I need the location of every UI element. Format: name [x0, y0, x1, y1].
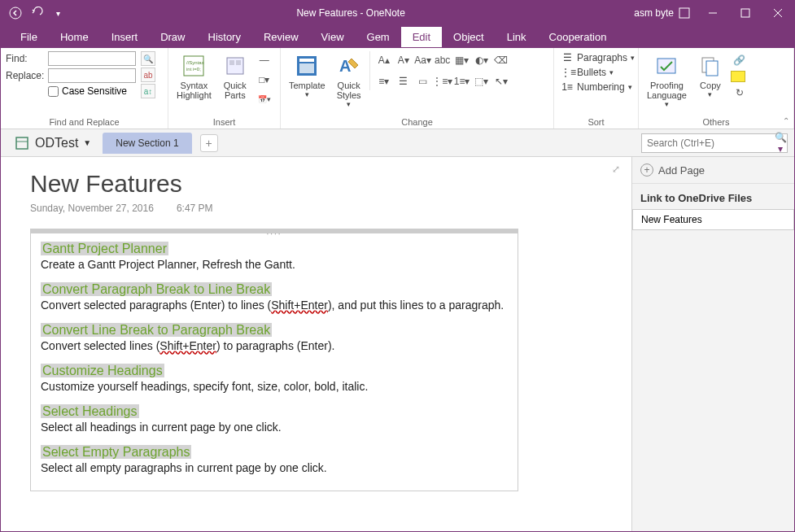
sort-paragraphs-button[interactable]: ☰Paragraphs▾ [559, 51, 636, 64]
shrink-font-button[interactable]: A▾ [395, 51, 413, 69]
pointer-button[interactable]: ↖▾ [492, 72, 510, 90]
numbering-edit-button[interactable]: 1≡▾ [453, 72, 471, 90]
tab-view[interactable]: View [310, 27, 356, 47]
template-button[interactable]: Template▾ [286, 51, 329, 100]
svg-point-0 [10, 7, 21, 19]
numbering-icon: 1≡ [561, 81, 574, 93]
notebook-selector[interactable]: ODTest ▼ [7, 132, 98, 155]
heading[interactable]: Convert Line Break to Paragraph Break [41, 323, 272, 337]
tab-file[interactable]: File [9, 27, 49, 47]
page-list-item[interactable]: New Features [632, 209, 794, 230]
quick-parts-button[interactable]: Quick Parts [218, 51, 252, 102]
svg-rect-14 [299, 63, 314, 73]
body-text[interactable]: Customize yourself headings, specify fon… [41, 380, 508, 393]
proofing-language-button[interactable]: Proofing Language▾ [644, 51, 690, 110]
tab-review[interactable]: Review [252, 27, 310, 47]
group-label-insert: Insert [173, 116, 275, 127]
case-sensitive-label: Case Sensitive [62, 85, 127, 97]
page-canvas[interactable]: ⤢ New Features Sunday, November 27, 2016… [1, 157, 631, 532]
titlebar: ▾ New Features - OneNote asm byte [1, 1, 794, 25]
tab-history[interactable]: History [197, 27, 252, 47]
add-section-button[interactable]: + [200, 134, 218, 152]
tab-link[interactable]: Link [496, 27, 538, 47]
collapse-ribbon-button[interactable]: ⌃ [783, 116, 789, 125]
ribbon-group-find-replace: Find: Replace: Case Sensitive 🔍 ab a↕ Fi… [1, 48, 168, 129]
replace-one-button[interactable]: ab [141, 68, 155, 82]
copy-button[interactable]: Copy▾ [693, 51, 727, 100]
parts-icon [222, 53, 248, 79]
replace-all-button[interactable]: a↕ [141, 84, 155, 98]
svg-rect-13 [299, 59, 314, 62]
add-page-button[interactable]: + Add Page [632, 157, 794, 184]
change-case-button[interactable]: Aa▾ [414, 51, 432, 69]
ribbon-group-change: Template▾ A Quick Styles▾ A▴ A▾ Aa▾ abc … [281, 48, 554, 129]
heading[interactable]: Select Empty Paragraphs [41, 445, 191, 459]
sort-numbering-button[interactable]: 1≡Numbering▾ [559, 81, 634, 94]
redo-button[interactable]: ↻ [731, 84, 749, 102]
tab-cooperation[interactable]: Cooperation [538, 27, 618, 47]
shading-button[interactable]: ◐▾ [473, 51, 491, 69]
heading[interactable]: Select Headings [41, 404, 139, 418]
fullscreen-button[interactable]: ⤢ [612, 164, 620, 175]
notebook-bar: ODTest ▼ New Section 1 + 🔍▾ [1, 129, 794, 157]
tab-insert[interactable]: Insert [100, 27, 150, 47]
plus-icon: + [640, 164, 653, 177]
border-button[interactable]: ▦▾ [453, 51, 471, 69]
sort-bullets-button[interactable]: ⋮≡Bullets▾ [559, 66, 615, 79]
clear-format-button[interactable]: ⌫ [492, 51, 510, 69]
syntax-highlight-button[interactable]: //Syntaxint i=0; Syntax Highlight [173, 51, 215, 102]
copy-icon [697, 53, 723, 79]
maximize-button[interactable] [729, 1, 762, 25]
spelling-button[interactable]: abc [434, 51, 452, 69]
line-spacing-button[interactable]: ☰ [395, 72, 413, 90]
quick-styles-button[interactable]: A Quick Styles▾ [332, 51, 366, 110]
tab-gem[interactable]: Gem [356, 27, 401, 47]
notebook-icon [14, 135, 30, 151]
body-text[interactable]: Select all empty paragraphs in current p… [41, 461, 508, 474]
search-icon: 🔍▾ [774, 132, 787, 155]
body-text[interactable]: Convert selected paragraphs (Enter) to l… [41, 299, 508, 312]
heading[interactable]: Gantt Project Planner [41, 242, 168, 255]
note-container[interactable]: ···· Gantt Project Planner Create a Gant… [30, 229, 518, 491]
grow-font-button[interactable]: A▴ [375, 51, 393, 69]
qat-customize[interactable]: ▾ [48, 3, 68, 23]
find-next-button[interactable]: 🔍 [141, 51, 155, 66]
search-input[interactable] [642, 137, 774, 149]
bullets-edit-button[interactable]: ⋮≡▾ [434, 72, 452, 90]
back-button[interactable] [6, 3, 25, 23]
text-box-button[interactable]: ▭ [414, 72, 432, 90]
symbol-button[interactable]: □▾ [256, 71, 273, 89]
tab-object[interactable]: Object [442, 27, 496, 47]
find-input[interactable] [48, 51, 136, 66]
date-button[interactable]: 📅▾ [256, 90, 273, 108]
tab-edit[interactable]: Edit [401, 27, 442, 47]
replace-input[interactable] [48, 68, 136, 83]
tab-draw[interactable]: Draw [149, 27, 196, 47]
body-text[interactable]: Convert selected lines (Shift+Enter) to … [41, 339, 508, 352]
search-box[interactable]: 🔍▾ [641, 133, 788, 153]
heading[interactable]: Convert Paragraph Break to Line Break [41, 282, 272, 296]
close-button[interactable] [762, 1, 794, 25]
svg-rect-6 [184, 56, 203, 76]
case-sensitive-checkbox[interactable] [48, 86, 59, 97]
chevron-down-icon: ▼ [83, 138, 91, 147]
undo-button[interactable] [27, 3, 46, 23]
bullets-icon: ⋮≡ [561, 67, 574, 78]
select-button[interactable]: ⬚▾ [473, 72, 491, 90]
page-title[interactable]: New Features [30, 170, 615, 198]
heading[interactable]: Customize Headings [41, 364, 164, 377]
tab-home[interactable]: Home [49, 27, 100, 47]
ribbon-group-insert: //Syntaxint i=0; Syntax Highlight Quick … [168, 48, 281, 129]
section-tab[interactable]: New Section 1 [103, 133, 191, 154]
link-button[interactable]: 🔗 [731, 51, 749, 69]
horizontal-line-button[interactable]: — [256, 51, 273, 69]
body-text[interactable]: Select all headings in current page by o… [41, 421, 508, 434]
group-label-change: Change [286, 116, 548, 127]
grip-icon[interactable]: ···· [266, 229, 282, 238]
body-text[interactable]: Create a Gantt Project Planner, Refresh … [41, 258, 508, 271]
minimize-button[interactable] [697, 1, 729, 25]
user-name[interactable]: asm byte [634, 7, 697, 19]
highlight-button[interactable] [731, 71, 745, 82]
user-icon [679, 7, 690, 19]
align-button[interactable]: ≡▾ [375, 72, 393, 90]
